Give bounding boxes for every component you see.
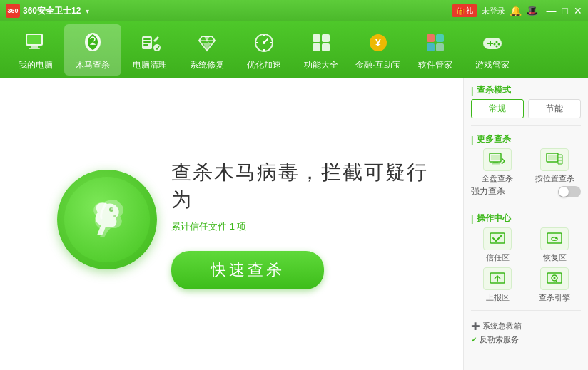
bell-icon[interactable]: 🔔 [510,5,522,16]
more-scan-title: 更多查杀 [471,133,581,145]
divider-1 [471,125,581,126]
mode-energy-button[interactable]: 节能 [528,99,581,118]
force-scan-label: 强力查杀 [471,185,505,197]
nav-icon-my-pc [22,29,49,56]
svg-point-10 [153,44,161,51]
nav-label-game: 游戏管家 [475,59,510,71]
scan-engine-icon [540,267,569,290]
scan-mode-section: 查杀模式 常规 节能 [471,84,581,118]
recovery-label: 恢复区 [543,252,567,263]
svg-rect-3 [29,48,40,49]
nav-icon-optimize [250,29,278,56]
nav-item-trojan[interactable]: 木马查杀 [64,24,121,76]
nav-item-repair[interactable]: 系统修复 [178,24,235,76]
main-content: 查杀木马病毒，拦截可疑行为 累计信任文件 1 项 快速查杀 查杀模式 常规 节能… [0,78,588,370]
full-scan-label: 全盘查杀 [482,173,513,184]
svg-rect-36 [493,162,498,163]
recovery-option[interactable]: 恢复区 [528,227,581,263]
svg-rect-9 [143,44,148,46]
svg-rect-15 [322,34,330,42]
hat-icon[interactable]: 🎩 [526,5,538,16]
divider-2 [471,205,581,205]
nav-item-optimize[interactable]: 优化加速 [235,24,293,76]
op-center-section: 操作中心 信任区 [471,212,581,303]
emergency-link[interactable]: ➕ 系统急救箱 [471,321,581,332]
anti-ransom-link[interactable]: ✔ 反勒索服务 [471,334,581,345]
svg-rect-17 [322,43,330,51]
horse-logo [57,170,157,269]
full-scan-option[interactable]: 全盘查杀 [471,148,524,184]
op-center-grid: 信任区 恢复区 [471,227,581,303]
bottom-links: ➕ 系统急救箱 ✔ 反勒索服务 [471,321,581,345]
full-scan-icon [483,148,512,171]
svg-point-33 [113,215,116,217]
svg-point-29 [494,43,496,45]
svg-point-27 [496,41,498,43]
nav-label-features: 功能大全 [304,59,338,71]
minimize-button[interactable]: — [547,5,557,16]
nav-icon-software [422,29,449,56]
svg-rect-16 [313,43,320,51]
force-scan-toggle[interactable] [558,186,581,197]
nav-icon-finance: ¥ [365,29,392,56]
anti-ransom-icon: ✔ [471,336,477,344]
force-scan-row: 强力查杀 [471,185,581,197]
nav-item-finance[interactable]: ¥ 金融·互助宝 [350,24,407,76]
nav-item-my-pc[interactable]: 我的电脑 [7,24,64,76]
nav-label-finance: 金融·互助宝 [355,59,400,71]
location-scan-option[interactable]: 按位置查杀 [528,148,581,184]
nav-item-features[interactable]: 功能大全 [293,24,350,76]
svg-rect-8 [143,41,151,43]
mode-normal-button[interactable]: 常规 [471,99,524,118]
svg-rect-37 [492,163,500,165]
scan-engine-option[interactable]: 查杀引擎 [528,267,581,303]
svg-rect-2 [31,46,38,48]
sub-text-prefix: 累计信任文件 [171,221,227,232]
svg-rect-14 [313,34,320,42]
nav-label-trojan: 木马查杀 [76,59,110,71]
nav-icon-trojan [79,29,106,56]
svg-point-28 [498,43,500,45]
content-area: 查杀木马病毒，拦截可疑行为 累计信任文件 1 项 快速查杀 [171,159,449,289]
left-panel: 查杀木马病毒，拦截可疑行为 累计信任文件 1 项 快速查杀 [0,78,463,370]
report-label: 上报区 [486,292,510,303]
gift-label: 礼 [466,6,473,16]
nav-label-software: 软件管家 [418,59,452,71]
logo-text: 360 [7,7,18,14]
nav-label-my-pc: 我的电脑 [19,59,53,71]
main-headline: 查杀木马病毒，拦截可疑行为 [171,159,449,213]
nav-item-software[interactable]: 软件管家 [407,24,464,76]
scan-engine-label: 查杀引擎 [539,292,570,303]
horse-inner [64,177,150,262]
recovery-icon [540,227,569,250]
report-option[interactable]: 上报区 [471,267,524,303]
nav-item-game[interactable]: 游戏管家 [464,24,521,76]
svg-text:¥: ¥ [375,37,381,48]
title-dropdown-icon[interactable]: ▾ [86,7,89,15]
svg-rect-20 [427,34,435,42]
app-title: 360安全卫士12 [23,5,81,17]
nav-item-clean[interactable]: 电脑清理 [121,24,178,76]
restore-button[interactable]: □ [562,5,568,16]
svg-rect-22 [427,43,435,51]
app-logo: 360 360安全卫士12 ▾ [6,4,89,18]
svg-point-47 [554,277,556,279]
anti-ransom-label: 反勒索服务 [480,334,519,345]
horse-svg [78,191,136,248]
nav-label-repair: 系统修复 [190,59,224,71]
gift-button[interactable]: 🎁 礼 [452,4,477,17]
trust-zone-label: 信任区 [486,252,510,263]
login-status[interactable]: 未登录 [482,6,505,16]
svg-rect-21 [436,34,444,42]
op-center-title: 操作中心 [471,212,581,225]
emergency-icon: ➕ [471,322,480,330]
nav-label-clean: 电脑清理 [133,59,167,71]
more-scan-grid: 全盘查杀 按位置查杀 [471,148,581,184]
trust-zone-option[interactable]: 信任区 [471,227,524,263]
quick-scan-button[interactable]: 快速查杀 [171,251,324,289]
title-bar: 360 360安全卫士12 ▾ 🎁 礼 未登录 🔔 🎩 — □ ✕ [0,0,588,21]
svg-rect-23 [436,43,444,51]
nav-icon-repair [193,29,220,56]
nav-icon-game [479,29,506,56]
close-button[interactable]: ✕ [574,5,582,16]
